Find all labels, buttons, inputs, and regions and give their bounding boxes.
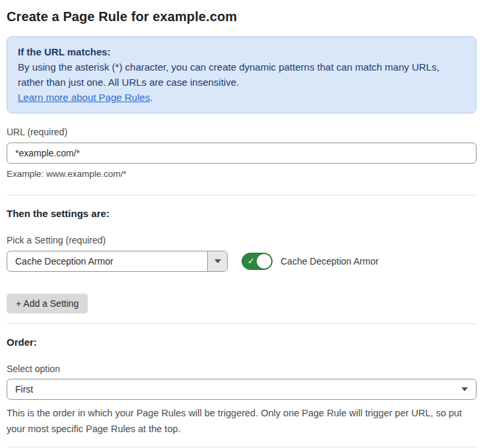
url-input[interactable] bbox=[7, 143, 477, 164]
order-helper-text: This is the order in which your Page Rul… bbox=[7, 405, 477, 437]
add-setting-button[interactable]: + Add a Setting bbox=[7, 294, 88, 313]
page-title: Create a Page Rule for example.com bbox=[7, 8, 477, 25]
divider bbox=[7, 323, 477, 324]
divider bbox=[7, 447, 477, 447]
toggle-knob bbox=[257, 254, 271, 269]
order-select-label: Select option bbox=[7, 363, 477, 375]
url-helper-text: Example: www.example.com/* bbox=[7, 168, 477, 180]
setting-select-value: Cache Deception Armor bbox=[7, 256, 207, 267]
chevron-down-icon bbox=[461, 387, 468, 391]
setting-select[interactable]: Cache Deception Armor bbox=[7, 251, 228, 272]
url-match-info-box: If the URL matches: By using the asteris… bbox=[7, 36, 477, 113]
info-box-body: By using the asterisk (*) character, you… bbox=[18, 59, 465, 90]
order-section-heading: Order: bbox=[7, 336, 477, 348]
setting-row: Cache Deception Armor ✓ Cache Deception … bbox=[7, 251, 477, 272]
cache-deception-armor-toggle[interactable]: ✓ bbox=[242, 253, 273, 270]
setting-select-arrow-button[interactable] bbox=[207, 251, 227, 271]
info-box-link-line: Learn more about Page Rules. bbox=[18, 90, 465, 105]
check-icon: ✓ bbox=[248, 257, 255, 265]
info-box-heading: If the URL matches: bbox=[18, 44, 465, 59]
create-page-rule-form: Create a Page Rule for example.com If th… bbox=[0, 0, 495, 448]
url-label: URL (required) bbox=[7, 126, 477, 138]
settings-section-heading: Then the settings are: bbox=[7, 207, 477, 220]
divider bbox=[7, 195, 477, 195]
learn-more-link[interactable]: Learn more about Page Rules bbox=[18, 92, 150, 103]
order-select-value: First bbox=[7, 384, 461, 395]
chevron-down-icon bbox=[214, 259, 221, 263]
toggle-label: Cache Deception Armor bbox=[280, 256, 379, 267]
pick-setting-label: Pick a Setting (required) bbox=[7, 234, 477, 246]
order-select[interactable]: First bbox=[7, 379, 477, 400]
link-suffix: . bbox=[150, 92, 152, 103]
